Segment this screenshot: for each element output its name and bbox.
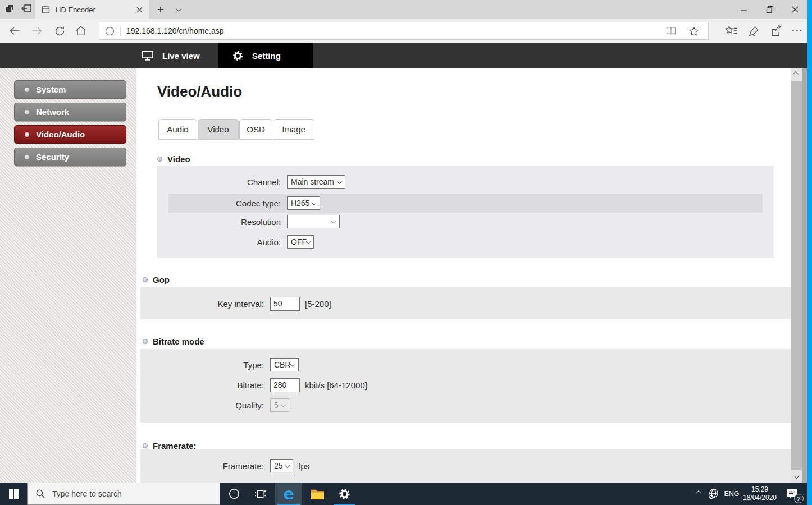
window-close-button[interactable] <box>783 0 807 19</box>
key-interval-input[interactable] <box>270 297 300 311</box>
tabs-set-aside-button[interactable] <box>19 0 34 19</box>
home-button[interactable] <box>73 23 89 39</box>
task-view-icon <box>254 488 267 501</box>
start-button[interactable] <box>0 483 27 505</box>
bullet-icon <box>25 132 29 137</box>
file-explorer-button[interactable] <box>304 483 330 505</box>
sidebar-item-video-audio[interactable]: Video/Audio <box>14 125 126 144</box>
tray-overflow-button[interactable] <box>692 483 706 505</box>
sidebar-item-label: System <box>36 85 66 94</box>
tab-video[interactable]: Video <box>198 119 239 140</box>
new-tab-button[interactable]: + <box>153 0 168 19</box>
screen: HD Encoder + <box>0 0 812 505</box>
clock-button[interactable]: 15:29 18/04/2020 <box>741 483 778 505</box>
browser-tab[interactable]: HD Encoder <box>35 0 149 19</box>
audio-select-value: OFF <box>291 237 307 246</box>
gop-panel: Key interval: [5-200] <box>140 287 791 319</box>
web-note-button[interactable] <box>746 23 761 39</box>
task-view-button[interactable] <box>248 483 272 505</box>
tab-close-icon[interactable] <box>136 6 143 13</box>
video-section-heading: Video <box>157 153 190 164</box>
audio-row: Audio: OFF <box>157 234 774 250</box>
language-button[interactable]: ENG <box>722 483 741 505</box>
minimize-icon <box>740 6 747 13</box>
type-select-value: CBR <box>274 360 291 369</box>
action-center-button[interactable]: 2 <box>779 483 804 505</box>
bitrate-input[interactable] <box>270 378 300 392</box>
address-bar[interactable]: 192.168.1.120/cn/home.asp <box>99 22 709 40</box>
monitor-icon <box>142 50 154 61</box>
key-interval-label: Key interval: <box>140 299 264 309</box>
tab-image[interactable]: Image <box>273 119 314 140</box>
search-icon <box>35 489 45 499</box>
chevron-down-icon <box>331 218 337 224</box>
bitrate-unit: kbit/s [64-12000] <box>305 380 367 390</box>
bitrate-row: Bitrate: kbit/s [64-12000] <box>140 377 791 393</box>
reading-view-icon[interactable] <box>665 26 677 36</box>
site-navbar: Live view Setting <box>0 43 807 68</box>
window-minimize-button[interactable] <box>732 0 755 19</box>
type-label: Type: <box>140 360 264 370</box>
scrollbar-down-button[interactable] <box>791 470 802 483</box>
scrollbar-up-button[interactable] <box>791 68 802 81</box>
audio-select[interactable]: OFF <box>287 235 314 249</box>
bullet-icon <box>143 443 148 448</box>
tab-title: HD Encoder <box>56 6 95 14</box>
sidebar-item-network[interactable]: Network <box>14 103 126 121</box>
channel-select[interactable]: Main stream <box>287 175 345 189</box>
scrollbar-thumb[interactable] <box>791 81 802 470</box>
quality-label: Quality: <box>140 401 264 410</box>
more-menu-button[interactable]: ··· <box>790 23 805 39</box>
tab-audio[interactable]: Audio <box>158 119 197 140</box>
network-button[interactable] <box>705 483 722 505</box>
taskbar-search-box[interactable] <box>27 483 220 505</box>
bullet-icon <box>143 277 148 282</box>
favorites-hub-button[interactable] <box>723 23 739 39</box>
sidebar-item-label: Network <box>36 107 69 117</box>
settings-taskbar-button[interactable] <box>331 483 357 505</box>
bullet-icon <box>157 157 162 162</box>
sidebar-item-security[interactable]: Security <box>14 148 126 166</box>
nav-live-view[interactable]: Live view <box>128 43 213 68</box>
tab-osd[interactable]: OSD <box>239 119 272 140</box>
chevron-down-icon <box>793 473 799 479</box>
section-heading-label: Bitrate mode <box>153 337 204 346</box>
tab-list-button[interactable] <box>171 0 186 19</box>
site-info-icon[interactable] <box>105 26 115 36</box>
channel-row: Channel: Main stream <box>157 174 774 190</box>
gop-section-heading: Gop <box>143 274 170 285</box>
channel-label: Channel: <box>157 177 281 187</box>
add-favorite-star-icon[interactable] <box>688 26 699 36</box>
windows-logo-icon <box>9 489 19 499</box>
back-button[interactable] <box>7 23 22 39</box>
sidebar-item-system[interactable]: System <box>14 80 126 99</box>
refresh-button[interactable] <box>52 23 67 39</box>
framerate-unit: fps <box>298 461 309 471</box>
codec-type-select[interactable]: H265 <box>287 196 320 210</box>
share-button[interactable] <box>768 23 784 39</box>
search-input[interactable] <box>52 489 204 498</box>
edge-taskbar-button[interactable]: e <box>275 483 302 505</box>
page-content: System Network Video/Audio Security Vide… <box>0 68 807 483</box>
forward-button[interactable] <box>29 23 45 39</box>
tray-time: 15:29 <box>743 485 777 494</box>
bullet-icon <box>25 88 29 92</box>
resolution-select[interactable] <box>287 215 340 228</box>
codec-type-label: Codec type: <box>168 199 281 208</box>
chevron-down-icon <box>290 361 296 367</box>
url-text[interactable]: 192.168.1.120/cn/home.asp <box>126 26 224 35</box>
quality-select: 5 <box>270 398 289 412</box>
codec-row: Codec type: H265 <box>168 194 763 213</box>
framerate-select[interactable]: 25 <box>270 459 293 472</box>
ellipsis-icon: ··· <box>792 25 803 36</box>
window-restore-button[interactable] <box>758 0 782 19</box>
page-scrollbar[interactable] <box>791 68 802 483</box>
nav-setting[interactable]: Setting <box>218 43 313 68</box>
set-tabs-aside-button[interactable] <box>3 0 17 19</box>
framerate-select-value: 25 <box>274 461 283 470</box>
type-select[interactable]: CBR <box>270 358 299 371</box>
cortana-button[interactable] <box>222 483 246 505</box>
close-icon <box>791 6 799 13</box>
back-icon <box>8 25 21 37</box>
set-tabs-aside-icon <box>4 3 16 16</box>
